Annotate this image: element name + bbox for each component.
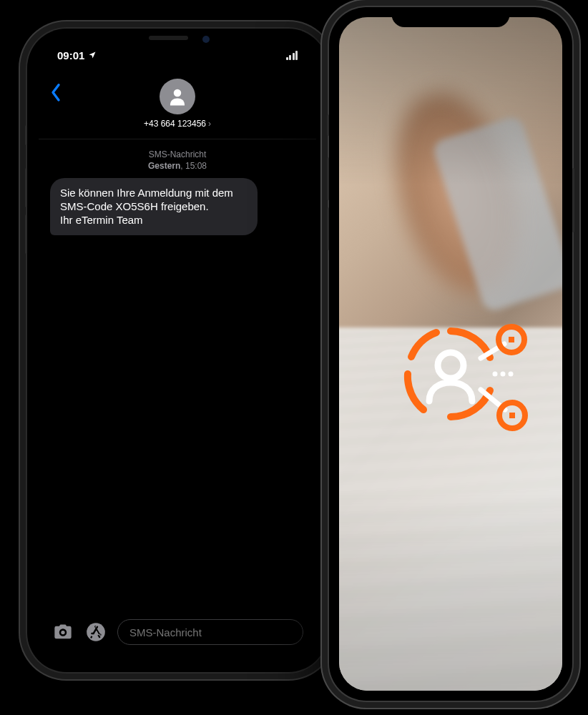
volume-down-button [327, 207, 329, 250]
location-arrow-icon [88, 49, 97, 61]
phone-mockup-hero [329, 7, 572, 701]
volume-up-button [25, 168, 27, 207]
notch [109, 29, 245, 50]
status-time: 09:01 [57, 49, 84, 61]
message-type-label: SMS-Nachricht [50, 149, 305, 159]
svg-point-0 [174, 89, 182, 97]
svg-point-10 [501, 372, 506, 377]
avatar[interactable] [160, 79, 195, 114]
phone-mockup-sms: 09:01 +43 664 123456 › [27, 29, 328, 672]
signal-icon [286, 51, 298, 60]
mute-switch [327, 114, 329, 136]
incoming-message-bubble[interactable]: Sie können Ihre Anmeldung mit dem SMS-Co… [50, 178, 258, 235]
power-button [572, 168, 574, 232]
app-store-icon[interactable] [84, 621, 107, 644]
svg-rect-6 [509, 337, 514, 342]
notch [392, 7, 510, 27]
message-thread: SMS-Nachricht Gestern, 15:08 Sie können … [39, 139, 316, 612]
svg-point-2 [438, 352, 464, 378]
compose-bar [39, 612, 316, 661]
conversation-header: +43 664 123456 › [39, 70, 316, 139]
chevron-right-icon: › [208, 119, 211, 129]
camera-icon[interactable] [52, 621, 74, 644]
volume-down-button [25, 214, 27, 254]
compose-input[interactable] [117, 619, 303, 645]
message-timestamp: Gestern, 15:08 [50, 161, 305, 171]
svg-point-1 [87, 623, 105, 641]
svg-point-11 [509, 372, 514, 377]
mute-switch [25, 125, 27, 145]
volume-up-button [327, 157, 329, 200]
user-share-icon [372, 302, 529, 445]
back-button[interactable] [50, 83, 62, 102]
hero-photo [339, 17, 562, 691]
sender-number[interactable]: +43 664 123456 [144, 119, 206, 129]
svg-rect-8 [509, 413, 515, 418]
svg-point-9 [493, 372, 498, 377]
